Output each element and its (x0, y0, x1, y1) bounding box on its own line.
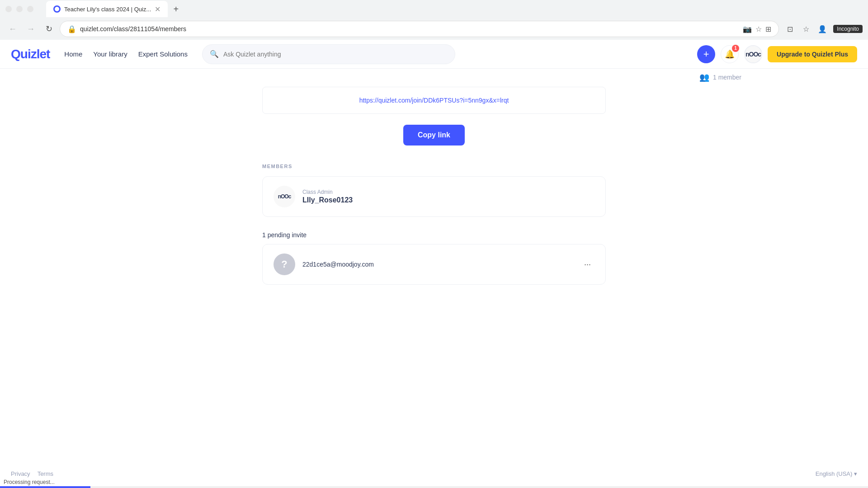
window-close-btn[interactable] (5, 6, 12, 12)
url-display: quizlet.com/class/28111054/members (80, 25, 739, 33)
avatar-button[interactable]: nOOc (744, 45, 762, 63)
screen-mirror-icon[interactable]: ⊡ (783, 22, 797, 36)
main-content: https://quizlet.com/join/DDk6PTSUs?i=5nn… (0, 69, 868, 303)
member-count-label: 1 member (713, 74, 741, 81)
member-name: LIly_Rose0123 (302, 196, 594, 204)
favicon-inner (55, 7, 59, 11)
back-button[interactable]: ← (5, 22, 20, 36)
create-button[interactable]: + (697, 45, 715, 63)
forward-button[interactable]: → (24, 22, 38, 36)
profile-icon[interactable]: 👤 (815, 22, 830, 36)
quizlet-header: Quizlet Home Your library Expert Solutio… (0, 40, 868, 69)
incognito-badge: Incognito (833, 25, 863, 33)
browser-right-icons: ⊡ ☆ 👤 Incognito (783, 22, 863, 36)
address-search-icon: 🔒 (67, 25, 76, 33)
refresh-button[interactable]: ↻ (42, 22, 56, 36)
user-avatar: nOOc (745, 46, 761, 62)
language-label: English (USA) (816, 470, 853, 477)
notification-badge: 1 (732, 45, 739, 52)
quizlet-logo[interactable]: Quizlet (11, 47, 50, 61)
pending-email: 22d1ce5a@moodjoy.com (302, 261, 573, 268)
window-max-btn[interactable] (27, 6, 33, 12)
progress-bar-container: Processing request... (0, 486, 868, 488)
bookmark-icon[interactable]: ☆ (799, 22, 813, 36)
tab-favicon (53, 5, 61, 13)
star-icon[interactable]: ☆ (755, 25, 762, 33)
header-right: + 🔔 1 nOOc Upgrade to Quizlet Plus (697, 45, 857, 63)
footer: Privacy Terms English (USA) ▾ (0, 470, 868, 477)
title-bar: Teacher Lily's class 2024 | Quiz... ✕ + (0, 0, 868, 18)
tab-close-btn[interactable]: ✕ (155, 5, 160, 14)
invite-url-box: https://quizlet.com/join/DDk6PTSUs?i=5nn… (262, 87, 606, 114)
member-avatar-image: nOOc (274, 186, 295, 207)
pending-more-button[interactable]: ··· (580, 258, 594, 271)
member-count-area: 👥 1 member (699, 72, 741, 82)
chevron-down-icon: ▾ (854, 470, 857, 477)
question-mark-icon: ? (281, 258, 287, 270)
search-icon: 🔍 (210, 50, 219, 58)
tab-bar: Teacher Lily's class 2024 | Quiz... ✕ + (41, 1, 188, 17)
avatar-text: nOOc (745, 51, 761, 58)
window-controls (5, 6, 33, 12)
camera-icon[interactable]: 📷 (743, 25, 752, 33)
new-tab-button[interactable]: + (170, 3, 182, 15)
people-icon: 👥 (699, 72, 709, 82)
notification-button[interactable]: 🔔 1 (721, 45, 739, 63)
address-bar[interactable]: 🔒 quizlet.com/class/28111054/members 📷 ☆… (60, 21, 779, 37)
nav-links: Home Your library Expert Solutions (64, 50, 188, 58)
terms-link[interactable]: Terms (38, 470, 53, 477)
member-avatar-text: nOOc (278, 193, 291, 200)
member-info: Class Admin LIly_Rose0123 (302, 189, 594, 204)
window-min-btn[interactable] (16, 6, 23, 12)
members-section-label: MEMBERS (262, 164, 606, 169)
privacy-link[interactable]: Privacy (11, 470, 30, 477)
member-card: nOOc Class Admin LIly_Rose0123 (262, 176, 606, 217)
copy-link-button[interactable]: Copy link (403, 125, 465, 145)
progress-bar (0, 486, 90, 488)
address-bar-row: ← → ↻ 🔒 quizlet.com/class/28111054/membe… (0, 18, 868, 40)
nav-expert-solutions[interactable]: Expert Solutions (138, 50, 188, 58)
pending-avatar: ? (274, 253, 295, 275)
pending-invite-label: 1 pending invite (262, 231, 606, 239)
address-bar-icons: 📷 ☆ ⊞ (743, 25, 771, 33)
invite-url-text: https://quizlet.com/join/DDk6PTSUs?i=5nn… (359, 97, 509, 104)
footer-links: Privacy Terms (11, 470, 53, 477)
processing-text: Processing request... (0, 478, 58, 486)
content-area: https://quizlet.com/join/DDk6PTSUs?i=5nn… (262, 69, 606, 303)
extensions-icon[interactable]: ⊞ (765, 25, 771, 33)
nav-home[interactable]: Home (64, 50, 82, 58)
search-input[interactable] (223, 51, 448, 58)
search-bar[interactable]: 🔍 (202, 44, 455, 64)
pending-invite-card: ? 22d1ce5a@moodjoy.com ··· (262, 244, 606, 285)
nav-your-library[interactable]: Your library (93, 50, 127, 58)
upgrade-button[interactable]: Upgrade to Quizlet Plus (768, 46, 857, 62)
member-avatar: nOOc (274, 186, 295, 207)
language-selector[interactable]: English (USA) ▾ (816, 470, 857, 477)
active-tab[interactable]: Teacher Lily's class 2024 | Quiz... ✕ (46, 1, 168, 17)
tab-title: Teacher Lily's class 2024 | Quiz... (64, 6, 151, 13)
member-role: Class Admin (302, 189, 594, 195)
